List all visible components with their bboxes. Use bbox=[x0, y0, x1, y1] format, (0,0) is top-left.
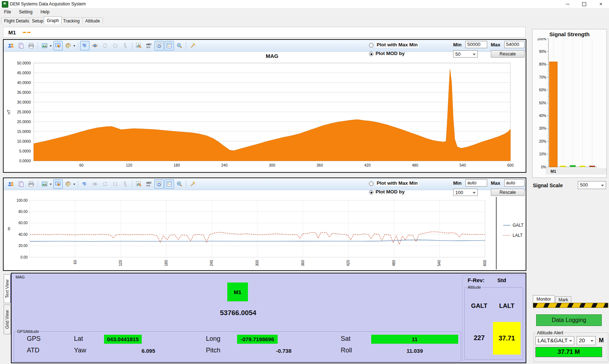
plot-maxmin-radio[interactable] bbox=[369, 181, 373, 186]
svg-text:LALT: LALT bbox=[513, 233, 523, 238]
min-label: Min bbox=[453, 180, 461, 186]
tab-text-view[interactable]: Text View bbox=[4, 274, 11, 303]
svg-text:60.00: 60.00 bbox=[18, 221, 28, 225]
series-dash-icon bbox=[23, 32, 26, 33]
maximize-icon bbox=[582, 2, 586, 6]
svg-text:m: m bbox=[7, 227, 11, 230]
svg-text:50.0000: 50.0000 bbox=[17, 61, 31, 65]
tab-flight-details[interactable]: Flight Details bbox=[1, 17, 32, 24]
long-value: -079.7198696 bbox=[237, 335, 278, 344]
mod-select[interactable]: 100 bbox=[453, 189, 478, 196]
svg-text:20%: 20% bbox=[539, 139, 546, 143]
lalt-value: 37.71 bbox=[498, 335, 515, 342]
svg-text:80.00: 80.00 bbox=[18, 210, 28, 214]
data-logging-button[interactable]: Data Logging bbox=[536, 314, 602, 326]
pitch-value: -0.738 bbox=[255, 348, 291, 354]
sat-value: 11 bbox=[371, 335, 458, 344]
max-input[interactable]: 54000 bbox=[504, 41, 525, 48]
svg-text:300: 300 bbox=[255, 260, 259, 266]
tab-attitude[interactable]: Attitude bbox=[82, 17, 103, 24]
plot-maxmin-label[interactable]: Plot with Max Min bbox=[376, 180, 419, 186]
tab-mark[interactable]: Mark bbox=[555, 296, 571, 303]
svg-text:20.00: 20.00 bbox=[18, 244, 28, 248]
max-input[interactable]: auto bbox=[504, 179, 525, 187]
mag-chart[interactable]: 0.00005.000010.000015.000020.000025.0000… bbox=[4, 61, 525, 171]
close-button[interactable]: × bbox=[593, 0, 609, 8]
minimize-icon bbox=[566, 4, 569, 4]
signal-scale-value: 500 bbox=[580, 182, 588, 188]
svg-text:20.0000: 20.0000 bbox=[17, 120, 31, 124]
altitude-group-label: Altitude bbox=[467, 285, 482, 289]
alert-threshold-value: 20 bbox=[579, 337, 585, 343]
svg-text:40.00: 40.00 bbox=[18, 233, 28, 237]
plot-maxmin-label[interactable]: Plot with Max Min bbox=[376, 42, 419, 47]
svg-text:nT: nT bbox=[7, 109, 11, 114]
min-label: Min bbox=[453, 42, 461, 47]
long-label: Long bbox=[206, 335, 220, 343]
altitude-chart[interactable]: 0.0020.0040.0060.0080.00100.006012018024… bbox=[4, 197, 525, 269]
signal-strength-chart: 0%10%20%30%40%50%60%70%80%90%100%M1 bbox=[533, 38, 606, 178]
svg-text:5.0000: 5.0000 bbox=[19, 149, 31, 153]
svg-text:15.0000: 15.0000 bbox=[17, 129, 31, 134]
svg-text:40.0000: 40.0000 bbox=[17, 80, 31, 85]
menu-file[interactable]: File bbox=[0, 9, 15, 15]
svg-text:80%: 80% bbox=[539, 62, 546, 66]
min-input[interactable]: auto bbox=[465, 179, 487, 187]
svg-text:600: 600 bbox=[483, 260, 487, 266]
rescale-button[interactable]: Rescale bbox=[491, 189, 525, 196]
svg-text:100%: 100% bbox=[537, 38, 546, 41]
svg-text:120: 120 bbox=[126, 163, 132, 167]
tab-monitor[interactable]: Monitor bbox=[533, 295, 555, 303]
tab-graph[interactable]: Graph bbox=[44, 16, 62, 24]
maximize-button[interactable] bbox=[576, 0, 592, 8]
atd-label: ATD bbox=[27, 347, 40, 354]
tab-tracking[interactable]: Tracking bbox=[60, 17, 83, 24]
svg-text:40%: 40% bbox=[539, 114, 546, 118]
plot-mod-radio[interactable] bbox=[369, 190, 373, 194]
svg-text:420: 420 bbox=[346, 260, 350, 266]
svg-text:70%: 70% bbox=[539, 75, 546, 79]
titlebar: GEM Systems Data Acquisition System × bbox=[0, 0, 609, 8]
svg-text:35.0000: 35.0000 bbox=[17, 90, 31, 95]
svg-text:10.0000: 10.0000 bbox=[17, 139, 31, 143]
alert-threshold-select[interactable]: 20 bbox=[577, 336, 596, 345]
view-tab-strip: Text View Grid View bbox=[3, 273, 11, 363]
lat-label: Lat bbox=[74, 335, 83, 343]
signal-strength-title: Signal Strength bbox=[533, 31, 606, 37]
svg-text:90%: 90% bbox=[539, 50, 546, 54]
tab-grid-view[interactable]: Grid View bbox=[4, 305, 11, 334]
window-title: GEM Systems Data Acquisition System bbox=[10, 1, 86, 7]
svg-text:M1: M1 bbox=[551, 169, 556, 173]
channel-indicator: M1 bbox=[227, 283, 248, 301]
menu-setting[interactable]: Setting bbox=[15, 9, 36, 15]
app-icon bbox=[2, 1, 8, 8]
alert-source-select[interactable]: LALT&GALT bbox=[535, 336, 574, 345]
svg-text:300: 300 bbox=[269, 163, 276, 167]
readout-panel: MAG M1 53766.0054 F-Rev: Std Altitude GA… bbox=[11, 273, 526, 363]
yaw-label: Yaw bbox=[74, 347, 86, 354]
svg-text:360: 360 bbox=[316, 163, 323, 167]
channel-label: M1 bbox=[234, 289, 241, 295]
svg-text:GALT: GALT bbox=[513, 223, 524, 228]
svg-text:30%: 30% bbox=[539, 126, 546, 130]
signal-scale-label: Signal Scale bbox=[533, 183, 563, 188]
menu-help[interactable]: Help bbox=[37, 9, 54, 15]
svg-text:0.00: 0.00 bbox=[21, 255, 28, 259]
yaw-value: 6.095 bbox=[120, 348, 155, 354]
frev-value: Std bbox=[497, 277, 506, 283]
signal-scale-select[interactable]: 500 bbox=[578, 181, 606, 189]
galt-header: GALT bbox=[468, 302, 491, 310]
max-label: Max bbox=[491, 42, 500, 47]
alert-display: 37.71 M bbox=[535, 347, 602, 357]
min-input[interactable]: 50000 bbox=[465, 41, 487, 48]
svg-text:10%: 10% bbox=[539, 152, 546, 156]
plot-maxmin-radio[interactable] bbox=[369, 43, 373, 47]
svg-text:600: 600 bbox=[507, 163, 514, 167]
lalt-header: LALT bbox=[495, 302, 518, 310]
minimize-button[interactable] bbox=[559, 0, 576, 8]
svg-text:180: 180 bbox=[164, 260, 168, 266]
lalt-alert-box: 37.71 bbox=[493, 322, 521, 355]
gps-attitude-group-label: GPSAttitude bbox=[16, 329, 40, 334]
gps-label: GPS bbox=[27, 335, 41, 343]
plot-mod-label[interactable]: Plot MOD by bbox=[376, 189, 405, 194]
